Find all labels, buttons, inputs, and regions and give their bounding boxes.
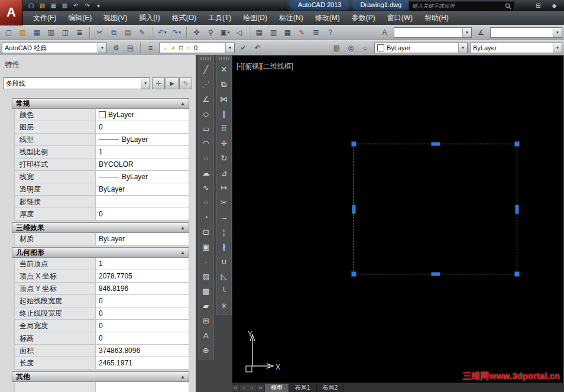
ellipse-tool-icon[interactable]: ○ [199, 195, 212, 210]
trim-tool-icon[interactable]: ✂ [218, 195, 231, 210]
property-value[interactable]: ByLayer [96, 134, 189, 146]
revision-cloud-tool-icon[interactable]: ☁ [199, 166, 212, 180]
grip-bottom-mid[interactable] [431, 272, 440, 276]
polygon-tool-icon[interactable]: ◇ [199, 106, 212, 121]
collapse-arrow-icon[interactable]: ▲ [180, 250, 185, 255]
menu-item-6[interactable]: 绘图(D) [237, 11, 273, 25]
grip-top-right[interactable] [514, 141, 520, 147]
sheet-set-manager-icon[interactable]: ▦ [281, 27, 294, 39]
menu-item-8[interactable]: 修改(M) [309, 11, 346, 25]
erase-tool-icon[interactable]: ✕ [218, 62, 231, 77]
layer-freeze-icon[interactable]: ☀ [170, 45, 177, 51]
scale-tool-icon[interactable]: ⊿ [218, 166, 231, 180]
chevron-down-icon[interactable]: ▾ [141, 78, 150, 89]
property-value[interactable]: 0 [96, 295, 189, 307]
section-header-2[interactable]: 几何图形▲ [12, 247, 189, 258]
zoom-previous-icon[interactable]: ◁ [232, 27, 246, 39]
tool-palettes-icon[interactable]: ▥ [267, 27, 280, 39]
chevron-down-icon[interactable]: ▾ [462, 28, 471, 37]
property-value[interactable]: 1 [96, 258, 189, 270]
layer-color-icon[interactable]: □ [185, 45, 192, 51]
object-type-combo[interactable]: 多段线 ▾ [3, 77, 150, 89]
paste-icon[interactable]: ▤ [121, 27, 135, 39]
line-tool-icon[interactable]: ╱ [199, 62, 212, 77]
tab-nav-first-button[interactable]: « [232, 385, 240, 391]
tab-布局2[interactable]: 布局2 [317, 384, 345, 392]
layer-properties-icon[interactable]: ≡ [144, 42, 157, 54]
explode-tool-icon[interactable]: ✳ [218, 299, 231, 313]
tab-布局1[interactable]: 布局1 [289, 384, 317, 392]
cut-icon[interactable]: ✂ [93, 27, 106, 39]
help-search-input[interactable]: 键入关键字或短语 [409, 2, 514, 11]
exchange-apps-icon[interactable]: ⊞ [533, 1, 543, 10]
property-value[interactable]: 846.8196 [96, 283, 189, 295]
menu-item-7[interactable]: 标注(N) [273, 11, 309, 25]
property-value[interactable]: 0 [96, 307, 189, 320]
table-tool-icon[interactable]: ⊞ [199, 313, 212, 328]
publish-icon[interactable]: ≣ [73, 27, 86, 39]
ellipse-arc-tool-icon[interactable]: ◔ [199, 210, 212, 225]
menu-item-3[interactable]: 插入(I) [133, 11, 166, 25]
property-value[interactable]: ByLayer [96, 183, 189, 196]
mirror-tool-icon[interactable]: ⋈ [218, 92, 231, 106]
mtext-tool-icon[interactable]: A [199, 328, 212, 343]
region-tool-icon[interactable]: ▰ [199, 299, 212, 313]
save-icon[interactable]: ▦ [30, 27, 44, 39]
properties-palette-icon[interactable]: ▤ [252, 27, 266, 39]
gradient-tool-icon[interactable]: ▩ [199, 284, 212, 299]
qat-save-icon[interactable]: ▦ [48, 1, 59, 10]
section-header-3[interactable]: 其他▲ [12, 371, 189, 382]
open-icon[interactable]: ▧ [16, 27, 30, 39]
property-value[interactable]: 374863.8096 [96, 345, 189, 357]
property-value[interactable] [96, 196, 189, 208]
toolbar-drag-handle[interactable] [200, 57, 211, 60]
point-tool-icon[interactable]: · [199, 254, 212, 269]
rectangle-tool-icon[interactable]: ▭ [199, 121, 212, 136]
menu-item-10[interactable]: 窗口(W) [381, 11, 419, 25]
tool-palettes-window-icon[interactable]: ▤ [124, 42, 137, 54]
match-properties-icon[interactable]: ✎ [135, 27, 149, 39]
layer-unisolate-icon[interactable]: ○ [358, 42, 372, 54]
tab-nav-next-button[interactable]: › [248, 385, 257, 391]
plot-preview-icon[interactable]: ◫ [59, 27, 72, 39]
chevron-down-icon[interactable]: ▾ [553, 43, 562, 53]
break-tool-icon[interactable]: ∦ [218, 239, 231, 254]
linetype-combo[interactable]: ByLayer ▾ [470, 43, 562, 53]
fillet-tool-icon[interactable]: ╰ [218, 284, 231, 299]
redo-icon[interactable]: ↷▾ [170, 27, 183, 39]
property-value[interactable]: ByLayer [96, 109, 189, 121]
pan-icon[interactable]: ✜ [190, 27, 203, 39]
layer-isolate-icon[interactable]: ◎ [344, 42, 358, 54]
menu-item-2[interactable]: 视图(V) [98, 11, 133, 25]
workspace-settings-icon[interactable]: ⚙ [109, 42, 123, 54]
chamfer-tool-icon[interactable]: ◺ [218, 269, 231, 284]
property-value[interactable]: 0 [96, 121, 189, 134]
menu-item-1[interactable]: 编辑(E) [62, 11, 98, 25]
tab-nav-last-button[interactable]: » [257, 385, 265, 391]
property-value[interactable]: 2465.1971 [96, 357, 189, 370]
text-style-icon[interactable]: A [378, 27, 391, 39]
add-selected-tool-icon[interactable]: ⊕ [199, 343, 212, 358]
property-value[interactable]: ByLayer [96, 233, 189, 245]
property-value[interactable]: 0 [96, 208, 189, 221]
property-value[interactable]: 1 [96, 146, 189, 158]
insert-block-tool-icon[interactable]: ⊡ [199, 225, 212, 239]
construction-line-tool-icon[interactable]: ⋰ [199, 77, 212, 92]
collapse-arrow-icon[interactable]: ▲ [180, 225, 185, 231]
array-tool-icon[interactable]: ⠿ [218, 121, 231, 136]
undo-icon[interactable]: ↶▾ [155, 27, 169, 39]
property-value[interactable]: ByLayer [96, 171, 189, 183]
hatch-tool-icon[interactable]: ▨ [199, 269, 212, 284]
property-value[interactable] [96, 382, 189, 392]
zoom-realtime-icon[interactable]: ⚲ [204, 27, 218, 39]
chevron-down-icon[interactable]: ▾ [225, 43, 234, 53]
grip-bottom-left[interactable] [351, 271, 356, 277]
layer-previous-icon[interactable]: ↶ [251, 42, 264, 54]
toolbar-drag-handle[interactable] [219, 57, 229, 60]
move-tool-icon[interactable]: ✛ [218, 136, 231, 151]
tab-nav-prev-button[interactable]: ‹ [240, 385, 248, 391]
quick-select-button[interactable]: ✎ [179, 77, 192, 89]
chevron-down-icon[interactable]: ▾ [553, 28, 562, 37]
circle-tool-icon[interactable]: ○ [199, 151, 212, 166]
qat-new-icon[interactable]: ▢ [26, 1, 36, 10]
